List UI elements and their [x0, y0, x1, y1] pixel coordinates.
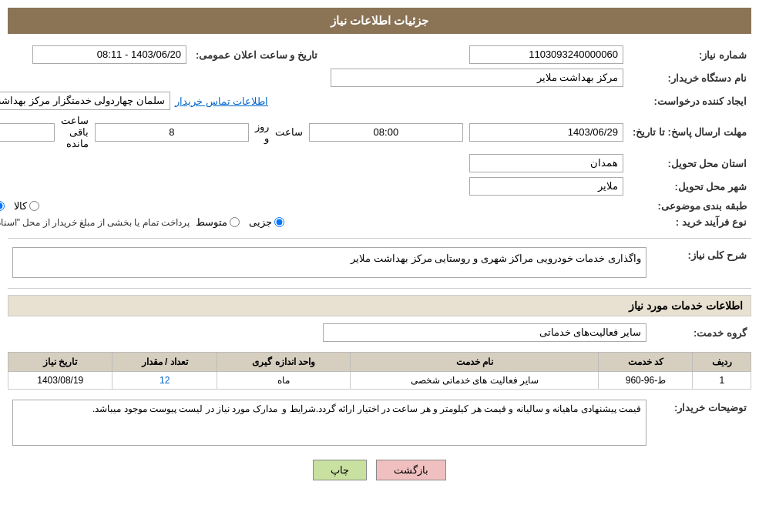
creator-value: سلمان چهاردولی خدمتگزار مرکز بهداشت ملای…	[0, 89, 628, 112]
buyer-station-label: نام دستگاه خریدار:	[628, 66, 751, 89]
category-radio-khadamat[interactable]: خدمت	[0, 200, 5, 212]
deadline-label: مهلت ارسال پاسخ: تا تاریخ:	[628, 112, 751, 152]
need-desc-box: واگذاری خدمات خودرویی مراکز شهری و روستا…	[12, 247, 646, 278]
purchase-radio-mutavasset[interactable]: متوسط	[196, 216, 240, 228]
page-title: جزئیات اطلاعات نیاز	[331, 14, 428, 27]
city-box: ملایر	[469, 177, 623, 196]
cell-code: ط-96-960	[599, 372, 693, 390]
buyer-station-value: مرکز بهداشت ملایر	[0, 66, 628, 89]
cell-row: 1	[693, 372, 751, 390]
deadline-date-box: 1403/06/29	[469, 123, 623, 142]
divider-1	[8, 238, 751, 239]
service-group-label: گروه خدمت:	[651, 321, 751, 344]
cell-date: 1403/08/19	[8, 372, 113, 390]
need-desc-section: شرح کلی نیاز: واگذاری خدمات خودرویی مراک…	[8, 245, 751, 280]
print-button[interactable]: چاپ	[313, 460, 367, 480]
purchase-radio-group: متوسط جزیی	[196, 216, 284, 228]
cell-unit: ماه	[217, 372, 350, 390]
cell-qty: 12	[113, 372, 217, 390]
page-header: جزئیات اطلاعات نیاز	[8, 8, 751, 34]
need-desc-label: شرح کلی نیاز:	[651, 245, 751, 280]
category-radio-kala[interactable]: کالا	[14, 200, 39, 212]
radio-khadamat[interactable]	[0, 201, 5, 211]
table-row: 1 ط-96-960 سایر فعالیت های خدماتی شخصی م…	[8, 372, 751, 390]
button-row: بازگشت چاپ	[8, 460, 751, 480]
info-section: شماره نیاز: 1103093240000060 تاریخ و ساع…	[0, 43, 751, 230]
buyer-notes-section: توضیحات خریدار:	[8, 397, 751, 450]
saet-bagi-label: ساعت باقی مانده	[61, 115, 89, 149]
buyer-notes-label: توضیحات خریدار:	[651, 397, 751, 450]
radio-joz2i[interactable]	[274, 217, 284, 227]
col-date: تاریخ نیاز	[8, 353, 113, 372]
deadline-remaining-box: 23:26:21	[0, 123, 55, 142]
buyer-station-box: مرکز بهداشت ملایر	[331, 69, 623, 87]
col-unit: واحد اندازه گیری	[217, 353, 350, 372]
saet-label: ساعت	[275, 126, 303, 138]
service-group-box: سایر فعالیت‌های خدماتی	[323, 323, 646, 342]
announce-date-value: 1403/06/20 - 08:11	[0, 43, 191, 66]
buyer-notes-value	[8, 397, 651, 450]
creator-label: ایجاد کننده درخواست:	[628, 89, 751, 112]
province-value: همدان	[0, 152, 628, 175]
col-name: نام خدمت	[351, 353, 599, 372]
province-box: همدان	[469, 154, 623, 172]
purchase-type-value: پرداخت تمام یا بخشی از مبلغ خریدار از مح…	[0, 214, 628, 230]
announce-date-label: تاریخ و ساعت اعلان عمومی:	[191, 43, 333, 66]
need-desc-value: واگذاری خدمات خودرویی مراکز شهری و روستا…	[8, 245, 651, 280]
category-label: طبقه بندی موضوعی:	[628, 198, 751, 214]
service-group-value: سایر فعالیت‌های خدماتی	[8, 321, 651, 344]
roz-label: روز و	[255, 121, 269, 144]
city-value: ملایر	[0, 175, 628, 198]
deadline-value: 23:26:21 ساعت باقی مانده 8 روز و ساعت 08…	[0, 112, 628, 152]
need-number-value: 1103093240000060	[333, 43, 628, 66]
col-qty: تعداد / مقدار	[113, 353, 217, 372]
creator-box: سلمان چهاردولی خدمتگزار مرکز بهداشت ملای…	[0, 92, 170, 110]
purchase-radio-joz2i[interactable]: جزیی	[249, 216, 284, 228]
province-label: استان محل تحویل:	[628, 152, 751, 175]
cell-name: سایر فعالیت های خدماتی شخصی	[351, 372, 599, 390]
category-value: کالا/خدمت خدمت کالا	[0, 198, 628, 214]
service-info-title: اطلاعات خدمات مورد نیاز	[8, 295, 751, 316]
col-row: ردیف	[693, 353, 751, 372]
radio-mutavasset[interactable]	[230, 217, 240, 227]
purchase-note: پرداخت تمام یا بخشی از مبلغ خریدار از مح…	[0, 217, 190, 228]
category-radio-group: کالا/خدمت خدمت کالا	[0, 200, 623, 212]
divider-2	[8, 288, 751, 289]
deadline-days-box: 8	[95, 123, 249, 142]
radio-kala[interactable]	[29, 201, 39, 211]
need-number-label: شماره نیاز:	[628, 43, 751, 66]
service-group-section: گروه خدمت: سایر فعالیت‌های خدماتی	[8, 321, 751, 344]
announce-date-box: 1403/06/20 - 08:11	[32, 45, 186, 64]
services-table: ردیف کد خدمت نام خدمت واحد اندازه گیری ت…	[8, 352, 751, 390]
contact-info-link[interactable]: اطلاعات تماس خریدار	[175, 95, 268, 107]
need-number-box: 1103093240000060	[469, 45, 623, 64]
purchase-type-label: نوع فرآیند خرید :	[628, 214, 751, 230]
back-button[interactable]: بازگشت	[376, 460, 446, 480]
buyer-notes-textarea[interactable]	[12, 400, 646, 446]
col-code: کد خدمت	[599, 353, 693, 372]
deadline-time-box: 08:00	[309, 123, 463, 142]
city-label: شهر محل تحویل:	[628, 175, 751, 198]
